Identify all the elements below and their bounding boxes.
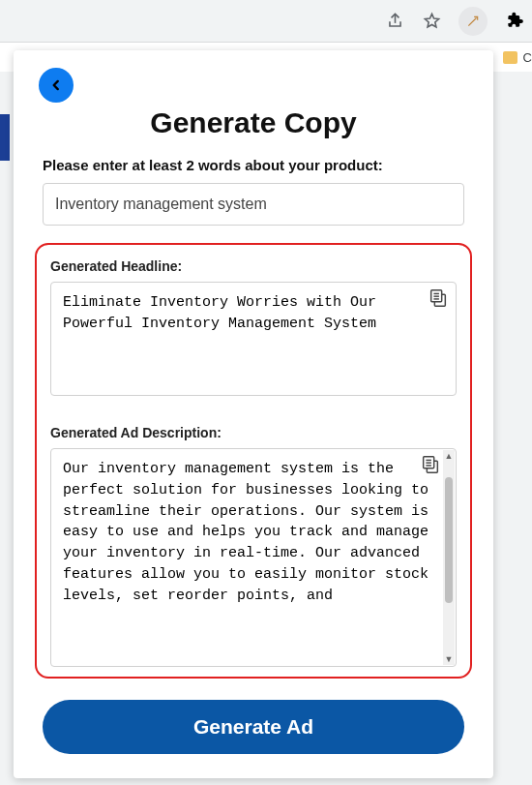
headline-label: Generated Headline:	[50, 258, 457, 274]
copy-headline-button[interactable]	[427, 287, 450, 310]
copy-description-button[interactable]	[419, 453, 442, 476]
generated-headline-box: Eliminate Inventory Worries with Our Pow…	[50, 282, 457, 396]
generated-description-box: Our inventory management system is the p…	[50, 448, 457, 667]
product-input[interactable]	[43, 183, 464, 226]
scroll-up-arrow[interactable]: ▲	[443, 450, 455, 462]
scroll-down-arrow[interactable]: ▼	[443, 653, 455, 665]
generated-headline-text: Eliminate Inventory Worries with Our Pow…	[63, 292, 444, 335]
generate-ad-button[interactable]: Generate Ad	[43, 700, 464, 754]
extension-panel: Generate Copy Please enter at least 2 wo…	[14, 50, 493, 778]
generated-description-text: Our inventory management system is the p…	[63, 459, 434, 606]
page-title: Generate Copy	[33, 106, 474, 139]
folder-icon	[503, 51, 517, 64]
back-button[interactable]	[39, 68, 74, 103]
bookmark-label[interactable]: C	[523, 50, 532, 65]
scroll-thumb[interactable]	[445, 477, 453, 603]
browser-toolbar	[0, 0, 532, 43]
description-scrollbar[interactable]: ▲ ▼	[443, 450, 455, 665]
extension-avatar[interactable]	[458, 7, 488, 36]
share-icon[interactable]	[385, 12, 404, 31]
prompt-label: Please enter at least 2 words about your…	[43, 157, 464, 173]
highlighted-output-region: Generated Headline: Eliminate Inventory …	[35, 243, 472, 679]
description-label: Generated Ad Description:	[50, 425, 457, 440]
star-icon[interactable]	[422, 12, 441, 31]
extensions-icon[interactable]	[505, 12, 524, 31]
facebook-tab-edge	[0, 114, 10, 161]
